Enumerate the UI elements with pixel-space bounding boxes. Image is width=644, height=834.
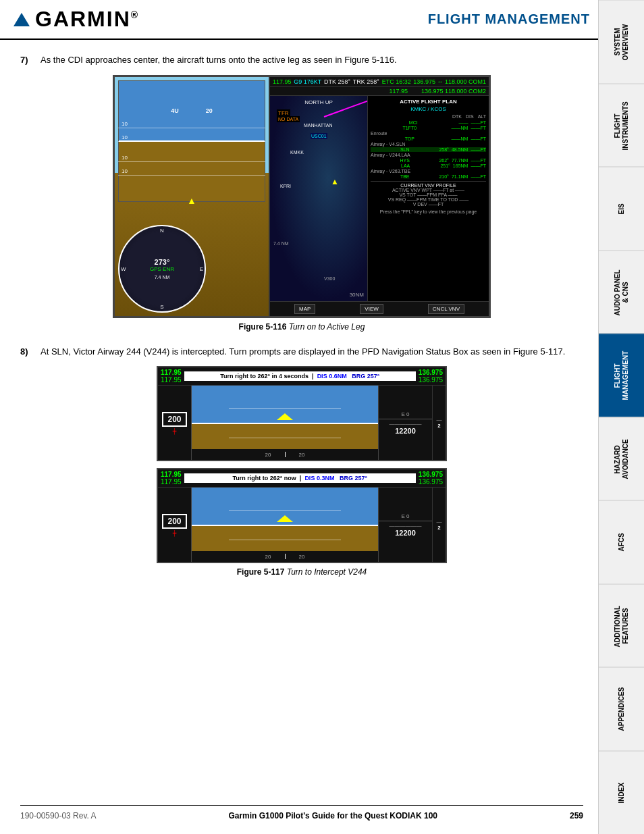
pitch-label-10b: 10	[122, 134, 128, 140]
step-8-header: 8) At SLN, Victor Airway 244 (V244) is i…	[20, 345, 583, 359]
hdg-mark-left-1: 20	[265, 452, 271, 458]
mfd-btn-map[interactable]: MAP	[294, 304, 315, 314]
pitch-line-3	[118, 161, 265, 162]
sidebar-item-afcs[interactable]: AFCS	[599, 500, 644, 584]
page-header: GARMIN® FLIGHT MANAGEMENT	[0, 0, 644, 40]
hsi-display: 273° GPS ENR 7.4 NM	[150, 258, 174, 280]
pfd-strip1-horizon	[192, 423, 378, 424]
mfd-btn-view[interactable]: VIEW	[360, 304, 383, 314]
step-8: 8) At SLN, Victor Airway 244 (V244) is i…	[20, 345, 583, 577]
figure-117-display: 117.95 117.95 Turn right to 262° in 4 se…	[157, 366, 447, 563]
sidebar-item-system-overview[interactable]: SYSTEMOVERVIEW	[599, 0, 644, 84]
pfd-strip2-attitude: 20 20	[192, 488, 378, 562]
horizon-mark-left: 4U	[171, 107, 179, 114]
sidebar-item-index[interactable]: INDEX	[599, 751, 644, 835]
step-7-text: As the CDI approaches center, the aircra…	[41, 53, 583, 67]
mfd-gs: G9 176KT	[294, 78, 321, 85]
pfd-strip1-aircraft-symbol	[277, 413, 293, 420]
hdg-tick-center	[285, 452, 286, 457]
hsi-north: N	[160, 228, 164, 234]
hsi-south: S	[160, 304, 163, 310]
mfd-etc: ETC 16:32	[382, 78, 411, 85]
pfd-strip1-freq-right: 136.975 136.975	[419, 369, 443, 384]
hsi-gps-label: GPS ENR	[150, 266, 174, 272]
hsi-compass: 273° GPS ENR 7.4 NM N S W E	[118, 225, 206, 313]
pfd-hdg-strip2: 20 20	[192, 551, 378, 562]
sidebar-item-hazard-avoidance[interactable]: HAZARDAVOIDANCE	[599, 417, 644, 501]
fp-row-t1ft0: T1FT0——NM——FT	[371, 126, 486, 130]
sidebar-item-eis[interactable]: EIS	[599, 167, 644, 251]
pfd-strip2-turn-prompt: Turn right to 262° now | DIS 0.3NM BRG 2…	[184, 473, 416, 483]
figure-116-caption-text: Turn on to Active Leg	[286, 322, 365, 332]
pfd-strip1-airspeed-value: 200	[162, 412, 186, 427]
mfd-freq1: 117.95	[273, 78, 292, 85]
step-8-text: At SLN, Victor Airway 244 (V244) is inte…	[41, 345, 583, 359]
mfd-com2: 136.975 118.000 COM2	[421, 88, 486, 95]
pfd-strip1-turn-prompt: Turn right to 262° in 4 seconds | DIS 0.…	[184, 371, 416, 381]
chapter-sidebar: SYSTEMOVERVIEW FLIGHTINSTRUMENTS EIS AUD…	[598, 0, 644, 834]
mfd-freq2: 117.95	[389, 88, 408, 95]
pitch-label-10c: 10	[122, 155, 128, 161]
fp-vs-tot: VS TOT ——FPM FPA ——	[371, 192, 486, 197]
fp-vnv-title: CURRENT VNV PROFILE	[371, 183, 486, 188]
sidebar-item-flight-management[interactable]: FLIGHTMANAGEMENT	[599, 334, 644, 417]
pfd-strip2-freq-left: 117.95 117.95	[161, 471, 182, 486]
fp-row-enroute: Enroute	[371, 131, 486, 136]
map-wp-kmkk: KMKK	[290, 150, 304, 155]
garmin-wordmark: GARMIN®	[35, 7, 139, 32]
step-7-number: 7)	[20, 53, 34, 67]
pitch-line-2	[118, 141, 265, 142]
map-v300-label: V300	[324, 276, 335, 281]
flight-plan-panel: ACTIVE FLIGHT PLAN KMKC / KCOS DTK DIS A…	[367, 96, 489, 301]
figure-117-caption-bold: Figure 5-117	[237, 567, 285, 577]
pfd-pitch-line-top	[229, 408, 341, 409]
map-usco-label: USC01	[311, 133, 327, 139]
map-orientation-label: NORTH UP	[304, 99, 333, 105]
hsi-heading-value: 273°	[155, 258, 170, 266]
pfd-strip2-airspeed: 200 ╪	[158, 488, 192, 562]
mfd-nav-buttons: MAP VIEW CNCL VNV	[270, 301, 489, 316]
map-no-data-label: NO DATA	[277, 116, 300, 122]
mfd-main-area: NORTH UP TFR NO DATA MANHATTAN KMKK KFRI…	[270, 96, 489, 301]
mfd-com1: 136.975 ↔ 118.000 COM1	[413, 78, 486, 85]
map-range: 30NM	[350, 292, 364, 298]
step-7-header: 7) As the CDI approaches center, the air…	[20, 53, 583, 67]
fp-row-tbe: TBE210°71.1NM——FT	[371, 174, 486, 179]
sidebar-item-audio-panel[interactable]: AUDIO PANEL& CNS	[599, 251, 644, 334]
fp-route: KMKC / KCOS	[371, 106, 486, 112]
fp-vnv-section: CURRENT VNV PROFILE ACTIVE VNV WPT ——FT …	[371, 181, 486, 207]
pfd-strip-2: 117.95 117.95 Turn right to 262° now | D…	[157, 468, 447, 563]
pfd-strip1-freq-left: 117.95 117.95	[161, 369, 182, 384]
fp-row-hys: HYS262°77.7NM——FT	[371, 158, 486, 163]
fp-row-v4sln: Airway - V4.SLN	[371, 142, 486, 147]
mfd-com2-bar: 117.95 136.975 118.000 COM2	[270, 87, 489, 96]
pfd-strip1-main: 200 ╪ 20	[158, 386, 446, 460]
fp-press-hint: Press the "FPL" key to view the previous…	[371, 209, 486, 214]
fp-row-laa: LAA251°165NM——FT	[371, 163, 486, 168]
pfd-strip1-vsi-value: 2	[437, 423, 440, 429]
pfd-strip1-alt-ticks: ——————	[379, 419, 432, 427]
sidebar-item-additional-features[interactable]: ADDITIONALFEATURES	[599, 584, 644, 668]
pfd-strip1-top: 117.95 117.95 Turn right to 262° in 4 se…	[158, 367, 446, 386]
garmin-triangle-icon	[14, 13, 30, 26]
hdg-tick-center-2	[285, 554, 286, 559]
footer-doc-number: 190-00590-03 Rev. A	[20, 811, 97, 820]
mfd-btn-cncl-vnv[interactable]: CNCL VNV	[428, 304, 464, 314]
pitch-line-1	[118, 128, 265, 128]
pfd-strip2-vsi-value: 2	[437, 525, 440, 531]
sidebar-item-flight-instruments[interactable]: FLIGHTINSTRUMENTS	[599, 84, 644, 167]
pitch-label-10d: 10	[122, 168, 128, 174]
sidebar-item-appendices[interactable]: APPENDICES	[599, 667, 644, 751]
hdg-mark-right-2: 20	[299, 554, 305, 560]
pfd-strip2-alt-label: E 0	[401, 513, 409, 519]
hdg-mark-right-1: 20	[299, 452, 305, 458]
pfd-strip1-altimeter: E 0 —————— 12200	[378, 386, 432, 460]
aircraft-symbol: ▲	[187, 195, 196, 206]
figure-117-caption: Figure 5-117 Turn to Intercept V244	[20, 567, 583, 577]
pfd-strip2-airspeed-value: 200	[162, 514, 186, 529]
pfd-strip2-horizon	[192, 525, 378, 526]
fp-col-dtk: DTK	[452, 114, 462, 119]
fp-row-sln: SLN258°48.5NM——FT	[371, 147, 486, 152]
figure-116-caption: Figure 5-116 Turn on to Active Leg	[20, 322, 583, 332]
pfd-strip1-alt-value: 12200	[395, 427, 416, 435]
